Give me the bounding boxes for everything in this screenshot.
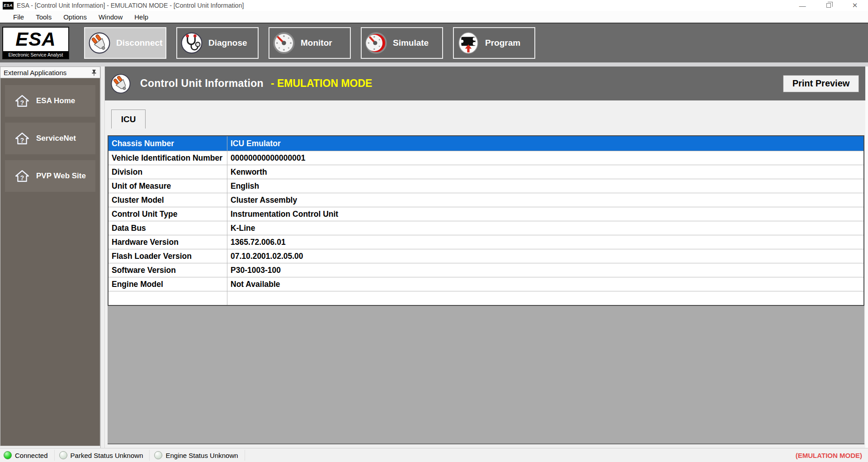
plug-icon bbox=[88, 32, 111, 54]
table-row[interactable]: Cluster Model Cluster Assembly bbox=[108, 193, 863, 207]
tab-strip: ICU bbox=[108, 110, 864, 129]
external-applications-panel: External Applications ? ESA Home ? bbox=[0, 67, 100, 448]
toolbar-button-label: Monitor bbox=[301, 38, 332, 48]
toolbar-button-label: Diagnose bbox=[208, 38, 247, 48]
esa-logo-text: ESA bbox=[3, 28, 68, 51]
menu-tools[interactable]: Tools bbox=[30, 13, 57, 21]
diagnose-button[interactable]: Diagnose bbox=[176, 27, 259, 59]
control-unit-table: Chassis Number ICU Emulator Vehicle Iden… bbox=[108, 135, 864, 306]
row-label: Flash Loader Version bbox=[108, 249, 227, 263]
row-label: Vehicle Identification Number bbox=[108, 151, 227, 165]
row-label: Division bbox=[108, 165, 227, 179]
row-value: English bbox=[227, 179, 863, 193]
row-value: Instrumentation Control Unit bbox=[227, 207, 863, 221]
table-row[interactable]: Hardware Version 1365.72.006.01 bbox=[108, 235, 863, 249]
table-row[interactable]: Division Kenworth bbox=[108, 165, 863, 179]
program-button[interactable]: Program bbox=[453, 27, 535, 59]
row-label: Control Unit Type bbox=[108, 207, 227, 221]
empty-content-fill bbox=[108, 306, 864, 444]
stethoscope-icon bbox=[180, 32, 203, 54]
monitor-button[interactable]: Monitor bbox=[269, 27, 351, 59]
emulation-mode-status: (EMULATION MODE) bbox=[796, 452, 862, 459]
home-icon: ? bbox=[15, 95, 29, 107]
home-icon: ? bbox=[15, 132, 29, 145]
menu-file[interactable]: File bbox=[7, 13, 30, 21]
row-label: Cluster Model bbox=[108, 193, 227, 207]
plug-icon bbox=[110, 73, 131, 94]
page-banner: Control Unit Information - EMULATION MOD… bbox=[105, 67, 865, 100]
row-label: Hardware Version bbox=[108, 235, 227, 249]
table-row[interactable]: Software Version P30-1003-100 bbox=[108, 263, 863, 277]
table-row[interactable]: Vehicle Identification Number 0000000000… bbox=[108, 151, 863, 165]
toolbar-separator bbox=[0, 62, 868, 67]
engine-status-icon bbox=[154, 451, 162, 459]
content-area: Control Unit Information - EMULATION MOD… bbox=[105, 67, 868, 448]
restore-glyph bbox=[826, 3, 831, 8]
header-label-cell: Chassis Number bbox=[108, 136, 227, 151]
table-row[interactable]: Engine Model Not Available bbox=[108, 277, 863, 291]
close-icon[interactable]: ✕ bbox=[842, 0, 868, 11]
toolbar-button-label: Simulate bbox=[393, 38, 429, 48]
sidebar-item-label: PVP Web Site bbox=[36, 171, 86, 181]
table-pane: Chassis Number ICU Emulator Vehicle Iden… bbox=[108, 135, 864, 444]
row-value: Cluster Assembly bbox=[227, 193, 863, 207]
menu-help[interactable]: Help bbox=[128, 13, 154, 21]
sidebar-item-pvp-web-site[interactable]: ? PVP Web Site bbox=[5, 160, 95, 192]
sidebar-item-esa-home[interactable]: ? ESA Home bbox=[5, 85, 95, 117]
table-row[interactable]: Control Unit Type Instrumentation Contro… bbox=[108, 207, 863, 221]
window-title: ESA - [Control Unit Information] - EMULA… bbox=[17, 2, 244, 9]
main-area: External Applications ? ESA Home ? bbox=[0, 67, 868, 448]
app-icon: ESA bbox=[3, 2, 14, 10]
tab-icu[interactable]: ICU bbox=[111, 110, 146, 129]
sidebar-body: ? ESA Home ? ServiceNet ? PVP Web Site bbox=[0, 78, 100, 446]
sidebar-splitter[interactable] bbox=[100, 67, 105, 448]
sidebar-item-label: ESA Home bbox=[36, 96, 75, 105]
sidebar-header: External Applications bbox=[0, 67, 100, 78]
program-chip-icon bbox=[457, 32, 480, 54]
table-row[interactable]: Unit of Measure English bbox=[108, 179, 863, 193]
row-value: 07.10.2001.02.05.00 bbox=[227, 249, 863, 263]
toolbar-buttons: Disconnect Diagnose Monitor bbox=[84, 27, 535, 59]
toolbar-button-label: Program bbox=[485, 38, 520, 48]
simulate-button[interactable]: Simulate bbox=[361, 27, 443, 59]
row-label bbox=[108, 291, 227, 305]
table-row[interactable]: Flash Loader Version 07.10.2001.02.05.00 bbox=[108, 249, 863, 263]
toolbar-button-label: Disconnect bbox=[116, 38, 162, 48]
main-toolbar: ESA Electronic Service Analyst Disconnec… bbox=[0, 23, 868, 62]
row-value: Not Available bbox=[227, 277, 863, 291]
gauge-simulate-icon bbox=[365, 32, 387, 54]
restore-icon[interactable] bbox=[816, 0, 842, 11]
status-label: Engine Status Unknown bbox=[165, 452, 238, 459]
status-parked: Parked Status Unknown bbox=[59, 450, 150, 461]
row-label: Unit of Measure bbox=[108, 179, 227, 193]
status-label: Parked Status Unknown bbox=[71, 452, 143, 459]
row-label: Engine Model bbox=[108, 277, 227, 291]
menu-options[interactable]: Options bbox=[57, 13, 93, 21]
disconnect-button[interactable]: Disconnect bbox=[84, 27, 166, 59]
pin-icon[interactable] bbox=[91, 69, 97, 76]
esa-logo-subtitle: Electronic Service Analyst bbox=[3, 51, 68, 58]
connected-status-icon bbox=[4, 451, 12, 459]
content-body: ICU Chassis Number ICU Emulator Vehicle … bbox=[105, 100, 865, 448]
svg-text:?: ? bbox=[20, 137, 24, 144]
print-preview-button[interactable]: Print Preview bbox=[783, 75, 859, 92]
row-value: 1365.72.006.01 bbox=[227, 235, 863, 249]
table-row[interactable]: Data Bus K-Line bbox=[108, 221, 863, 235]
status-label: Connected bbox=[15, 452, 48, 459]
gauge-icon bbox=[273, 32, 295, 54]
title-bar: ESA ESA - [Control Unit Information] - E… bbox=[0, 0, 868, 11]
home-icon: ? bbox=[15, 170, 29, 182]
sidebar-item-servicenet[interactable]: ? ServiceNet bbox=[5, 123, 95, 154]
window-controls: — ✕ bbox=[789, 0, 868, 11]
row-value: K-Line bbox=[227, 221, 863, 235]
menu-window[interactable]: Window bbox=[93, 13, 128, 21]
minimize-icon[interactable]: — bbox=[789, 0, 816, 11]
svg-text:?: ? bbox=[20, 99, 24, 106]
table-header-row[interactable]: Chassis Number ICU Emulator bbox=[108, 136, 863, 151]
row-label: Data Bus bbox=[108, 221, 227, 235]
table-row-empty[interactable] bbox=[108, 291, 863, 305]
menu-bar: File Tools Options Window Help bbox=[0, 11, 868, 23]
status-connected: Connected bbox=[4, 450, 55, 461]
sidebar-item-label: ServiceNet bbox=[36, 134, 76, 143]
page-title: Control Unit Information bbox=[140, 77, 264, 90]
